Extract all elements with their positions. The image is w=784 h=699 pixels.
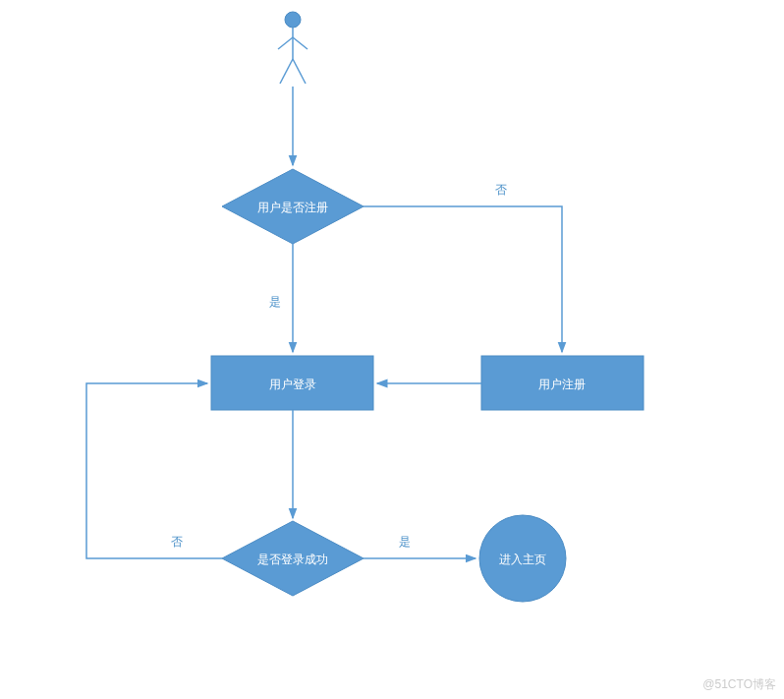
edge-label-yes-2: 是 [399, 535, 411, 549]
process-register: 用户注册 [481, 356, 644, 410]
process-login: 用户登录 [211, 356, 373, 410]
flowchart-diagram: 用户是否注册 否 是 用户登录 用户注册 是否登录成功 否 是 进入 [0, 0, 784, 699]
svg-line-6 [293, 59, 306, 84]
edge-label-no-1: 否 [495, 183, 507, 197]
svg-line-5 [280, 59, 293, 84]
decision-registered-label: 用户是否注册 [257, 201, 328, 214]
svg-line-4 [293, 37, 308, 49]
arrow-decision1-yes: 是 [269, 244, 293, 352]
svg-point-1 [285, 12, 301, 28]
decision-registered: 用户是否注册 [222, 169, 364, 244]
arrow-decision1-no: 否 [364, 183, 562, 352]
edge-label-yes-1: 是 [269, 295, 281, 309]
terminal-enter-main-label: 进入主页 [499, 553, 546, 566]
terminal-enter-main: 进入主页 [479, 515, 566, 602]
watermark-text: @51CTO博客 [702, 676, 776, 693]
decision-login-success: 是否登录成功 [222, 521, 364, 596]
arrow-decision2-no: 否 [86, 383, 222, 558]
decision-login-success-label: 是否登录成功 [257, 553, 328, 566]
process-register-label: 用户注册 [538, 378, 586, 391]
edge-label-no-2: 否 [171, 535, 183, 549]
actor-icon [278, 12, 308, 84]
process-login-label: 用户登录 [269, 378, 316, 391]
svg-line-3 [278, 37, 293, 49]
arrow-decision2-yes: 是 [364, 535, 476, 558]
